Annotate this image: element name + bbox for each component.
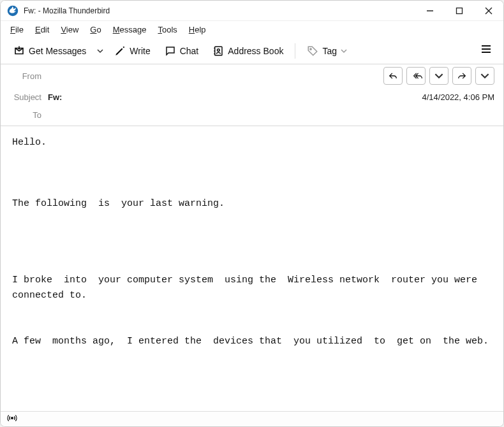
- reply-all-dropdown[interactable]: [429, 67, 448, 85]
- message-body-container: Hello. The following is your last warnin…: [1, 126, 503, 411]
- menu-message[interactable]: Message: [108, 23, 151, 36]
- chat-label: Chat: [180, 46, 199, 56]
- menu-file[interactable]: File: [6, 23, 28, 36]
- get-messages-label: Get Messages: [29, 46, 86, 56]
- menu-tools[interactable]: Tools: [153, 23, 181, 36]
- message-date: 4/14/2022, 4:06 PM: [422, 92, 494, 102]
- window-title: Fw: - Mozilla Thunderbird: [24, 6, 415, 15]
- address-book-button[interactable]: Address Book: [206, 41, 290, 61]
- menu-help[interactable]: Help: [184, 23, 211, 36]
- chat-icon: [165, 45, 176, 57]
- svg-rect-2: [457, 8, 463, 13]
- message-header: From Subject Fw: 4/14/2022, 4:06 PM To: [1, 64, 503, 126]
- app-menu-button[interactable]: [475, 41, 497, 61]
- hamburger-icon: [480, 43, 492, 58]
- svg-point-6: [218, 48, 220, 51]
- from-row: From: [1, 64, 503, 87]
- download-icon: [13, 45, 25, 57]
- reply-button[interactable]: [383, 67, 403, 85]
- tag-label: Tag: [322, 46, 337, 56]
- thunderbird-icon: [7, 5, 19, 17]
- svg-point-10: [310, 48, 311, 49]
- reply-button-group: [383, 67, 494, 85]
- forward-button[interactable]: [452, 67, 471, 85]
- menu-edit[interactable]: Edit: [31, 23, 54, 36]
- address-book-label: Address Book: [228, 46, 283, 56]
- titlebar: Fw: - Mozilla Thunderbird: [1, 1, 503, 21]
- minimize-button[interactable]: [415, 1, 445, 21]
- address-book-icon: [212, 45, 224, 57]
- get-messages-button[interactable]: Get Messages: [7, 41, 93, 61]
- pencil-icon: [114, 45, 126, 57]
- chevron-down-icon: [341, 48, 347, 54]
- message-body-text: Hello. The following is your last warnin…: [12, 135, 492, 411]
- statusbar: [1, 411, 503, 426]
- chat-button[interactable]: Chat: [158, 41, 205, 61]
- tag-icon: [307, 45, 318, 57]
- from-label: From: [10, 71, 41, 81]
- menu-view[interactable]: View: [56, 23, 83, 36]
- get-messages-dropdown[interactable]: [94, 41, 107, 61]
- online-icon[interactable]: [7, 413, 17, 425]
- subject-row: Subject Fw: 4/14/2022, 4:06 PM: [1, 87, 503, 106]
- to-label: To: [10, 110, 41, 120]
- toolbar: Get Messages Write Chat Address Book Tag: [1, 38, 503, 64]
- message-body-scroll[interactable]: Hello. The following is your last warnin…: [1, 126, 503, 411]
- menubar: FileEditViewGoMessageToolsHelp: [1, 21, 503, 38]
- svg-point-14: [11, 417, 13, 419]
- tag-button[interactable]: Tag: [300, 41, 353, 61]
- subject-label: Subject: [10, 92, 41, 102]
- menu-go[interactable]: Go: [85, 23, 105, 36]
- toolbar-separator: [295, 43, 295, 59]
- write-label: Write: [130, 46, 150, 56]
- to-row: To: [1, 106, 503, 126]
- close-button[interactable]: [474, 1, 503, 21]
- forward-dropdown[interactable]: [475, 67, 494, 85]
- app-window: Fw: - Mozilla Thunderbird FileEditViewGo…: [0, 0, 504, 427]
- maximize-button[interactable]: [445, 1, 474, 21]
- write-button[interactable]: Write: [108, 41, 156, 61]
- reply-all-button[interactable]: [406, 67, 426, 85]
- subject-value: Fw:: [48, 92, 416, 102]
